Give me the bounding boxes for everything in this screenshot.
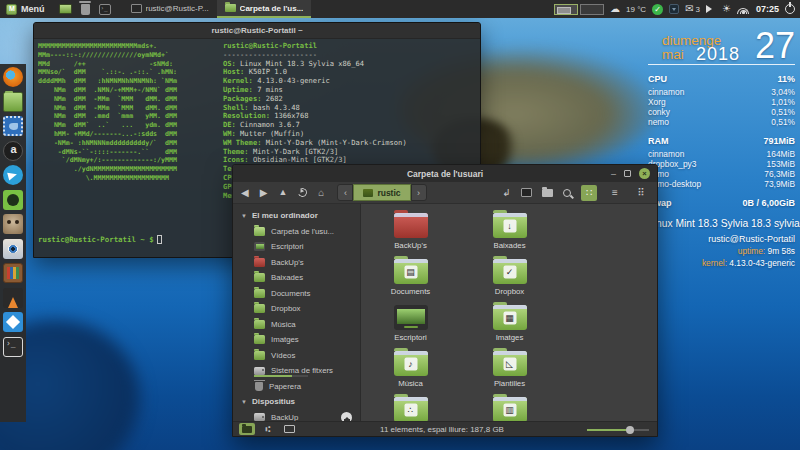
file-item[interactable]: Escriptori bbox=[361, 305, 460, 351]
kodi-icon[interactable] bbox=[3, 312, 23, 332]
sidebar-item[interactable]: Paperera bbox=[233, 379, 360, 395]
vlc-icon[interactable] bbox=[3, 288, 23, 308]
brightness-icon[interactable]: ☀ bbox=[722, 4, 731, 14]
spotify-icon[interactable] bbox=[3, 190, 23, 210]
open-folder-icon[interactable] bbox=[542, 189, 553, 197]
file-item[interactable]: ↓ Baixades bbox=[460, 213, 559, 259]
sidebar-item[interactable]: Vídeos bbox=[233, 348, 360, 364]
sidebar-item[interactable]: BackUp bbox=[233, 410, 360, 422]
toggle-location-entry-icon[interactable]: ↲ bbox=[503, 188, 511, 198]
conky-process-row: Xorg1,01% bbox=[648, 97, 795, 107]
mail-indicator[interactable]: ✉3 bbox=[685, 4, 700, 14]
monitor-icon bbox=[284, 425, 295, 433]
terminal-launcher-icon[interactable] bbox=[99, 4, 111, 15]
shell-prompt[interactable]: rustic@Rustic-Portatil ~ $ bbox=[38, 235, 162, 244]
sidebar-item[interactable]: Escriptori bbox=[233, 239, 360, 255]
file-manager-titlebar[interactable]: Carpeta de l'usuari – × bbox=[233, 165, 657, 182]
folder-icon: ♪ bbox=[394, 351, 428, 376]
home-button[interactable]: ⌂ bbox=[318, 188, 324, 198]
sidebar-item-icon bbox=[254, 227, 265, 236]
file-item-label: Imatges bbox=[460, 333, 559, 342]
file-item[interactable]: ∴ Públic bbox=[361, 397, 460, 421]
trash-icon[interactable] bbox=[81, 4, 90, 15]
zoom-slider-knob[interactable] bbox=[626, 426, 634, 434]
clock[interactable]: 07:25 bbox=[756, 4, 779, 14]
compact-view-toggle[interactable]: ⠿ bbox=[633, 185, 649, 201]
cloud-icon[interactable]: ☁ bbox=[610, 4, 620, 14]
sidebar-item[interactable]: Baixades bbox=[233, 270, 360, 286]
file-item[interactable]: BackUp's bbox=[361, 213, 460, 259]
file-manager-sidebar: ▼El meu ordinador Carpeta de l'usu... Es… bbox=[233, 204, 361, 421]
volume-icon[interactable] bbox=[706, 5, 716, 13]
window-button-terminal[interactable]: rustic@Rustic-P... bbox=[123, 0, 217, 18]
file-item[interactable]: ▥ Vídeos bbox=[460, 397, 559, 421]
conky-host: rustic@Rustic-Portatil bbox=[648, 234, 795, 244]
hide-sidebar-button[interactable] bbox=[281, 423, 297, 435]
terminal-launcher-icon[interactable] bbox=[3, 337, 23, 357]
folder-icon: ✓ bbox=[493, 259, 527, 284]
telegram-icon[interactable] bbox=[3, 165, 23, 185]
image-viewer-icon[interactable] bbox=[3, 239, 23, 259]
search-icon[interactable] bbox=[563, 189, 571, 197]
thunderbird-icon[interactable] bbox=[3, 116, 23, 136]
file-item[interactable]: ✓ Dropbox bbox=[460, 259, 559, 305]
show-desktop-icon[interactable] bbox=[59, 4, 72, 14]
folder-emblem-icon: ↓ bbox=[503, 220, 516, 233]
open-terminal-icon[interactable] bbox=[521, 188, 532, 197]
sidebar-item[interactable]: Música bbox=[233, 317, 360, 333]
close-button[interactable]: × bbox=[639, 168, 650, 179]
eject-icon[interactable] bbox=[341, 412, 352, 421]
workspace-switcher[interactable] bbox=[554, 4, 604, 15]
treeview-toggle-button[interactable]: ⑆ bbox=[260, 423, 276, 435]
temperature-indicator[interactable]: 19 °C bbox=[626, 5, 646, 14]
conky-os-line: Linux Mint 18.3 Sylvia 18.3 sylvia bbox=[648, 218, 795, 229]
maximize-button[interactable] bbox=[624, 170, 631, 177]
back-button[interactable]: ◀ bbox=[241, 188, 249, 198]
calibre-icon[interactable] bbox=[3, 263, 23, 283]
folder-icon: ↓ bbox=[493, 213, 527, 238]
sidebar-section-devices[interactable]: ▼Dispositius bbox=[233, 394, 360, 410]
sidebar-item[interactable]: Imatges bbox=[233, 332, 360, 348]
breadcrumb-next-icon[interactable]: › bbox=[411, 184, 427, 201]
file-item[interactable]: ◺ Plantilles bbox=[460, 351, 559, 397]
sidebar-item-icon bbox=[254, 320, 265, 329]
places-toggle-button[interactable] bbox=[239, 423, 255, 435]
workspace-1[interactable] bbox=[554, 4, 578, 15]
audacious-icon[interactable] bbox=[3, 141, 23, 161]
minimize-button[interactable]: – bbox=[611, 170, 616, 178]
up-button[interactable]: ▲ bbox=[278, 188, 287, 197]
collapse-arrow-icon: ▼ bbox=[241, 399, 247, 405]
list-view-toggle[interactable]: ≡ bbox=[607, 185, 623, 201]
file-item[interactable]: ▦ Imatges bbox=[460, 305, 559, 351]
refresh-button[interactable] bbox=[297, 187, 309, 199]
window-button-files[interactable]: Carpeta de l'us... bbox=[217, 0, 312, 18]
sidebar-item[interactable]: Sistema de fitxers bbox=[233, 363, 360, 379]
sidebar-item[interactable]: Documents bbox=[233, 286, 360, 302]
file-item[interactable]: ♪ Música bbox=[361, 351, 460, 397]
collapse-arrow-icon: ▼ bbox=[241, 213, 247, 219]
file-item[interactable]: ▤ Documents bbox=[361, 259, 460, 305]
files-icon[interactable] bbox=[3, 92, 23, 112]
breadcrumb-prev-icon[interactable]: ‹ bbox=[337, 184, 353, 201]
wifi-icon[interactable] bbox=[737, 5, 750, 14]
icon-view-toggle[interactable]: ∷ bbox=[581, 185, 597, 201]
firefox-icon[interactable] bbox=[3, 67, 23, 87]
forward-button[interactable]: ▶ bbox=[260, 188, 268, 198]
sidebar-item-icon bbox=[254, 413, 265, 421]
sidebar-item[interactable]: Dropbox bbox=[233, 301, 360, 317]
menu-button[interactable]: Menú bbox=[0, 0, 51, 18]
power-icon[interactable] bbox=[785, 4, 795, 14]
dropbox-tray-icon[interactable] bbox=[669, 4, 679, 14]
sidebar-section-computer[interactable]: ▼El meu ordinador bbox=[233, 208, 360, 224]
workspace-2[interactable] bbox=[580, 4, 604, 15]
terminal-titlebar[interactable]: rustic@Rustic-Portatil ~ bbox=[34, 23, 480, 39]
shield-check-icon[interactable]: ✓ bbox=[652, 4, 663, 15]
sidebar-item[interactable]: Carpeta de l'usu... bbox=[233, 224, 360, 240]
folder-icon: ∴ bbox=[394, 397, 428, 421]
gimp-icon[interactable] bbox=[3, 214, 23, 234]
sidebar-item[interactable]: BackUp's bbox=[233, 255, 360, 271]
breadcrumb-current[interactable]: rustic bbox=[353, 184, 410, 201]
mint-ascii-logo: MMMMMMMMMMMMMMMMMMMMMMMMMmds+. MMm----::… bbox=[38, 42, 177, 183]
file-list-view[interactable]: BackUp's ↓ Baixades ▤ Documents ✓ Dropbo… bbox=[361, 204, 657, 421]
zoom-slider[interactable] bbox=[587, 423, 649, 435]
